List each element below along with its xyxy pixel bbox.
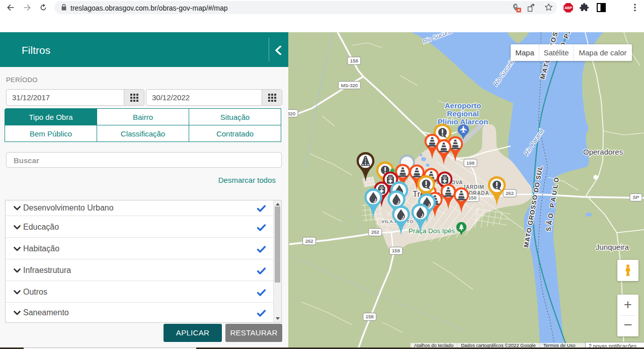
svg-text:ABP: ABP [565, 6, 572, 10]
svg-text:Praça Dos Ipês: Praça Dos Ipês [409, 227, 455, 235]
svg-text:158: 158 [392, 248, 400, 253]
svg-text:262: 262 [371, 229, 379, 235]
svg-text:158: 158 [366, 314, 374, 319]
svg-text:158: 158 [468, 195, 476, 200]
svg-text:Operadores: Operadores [583, 148, 623, 156]
svg-text:Regional: Regional [447, 109, 478, 118]
svg-text:158: 158 [350, 58, 358, 63]
svg-text:262: 262 [305, 238, 313, 244]
svg-text:320: 320 [288, 111, 295, 116]
svg-text:MS-320: MS-320 [341, 83, 358, 88]
svg-text:198: 198 [466, 160, 474, 166]
svg-text:Junqueira: Junqueira [596, 243, 629, 251]
svg-text:Aeroporto: Aeroporto [445, 101, 481, 110]
svg-text:SP: SP [633, 194, 639, 200]
svg-text:262: 262 [506, 190, 514, 196]
